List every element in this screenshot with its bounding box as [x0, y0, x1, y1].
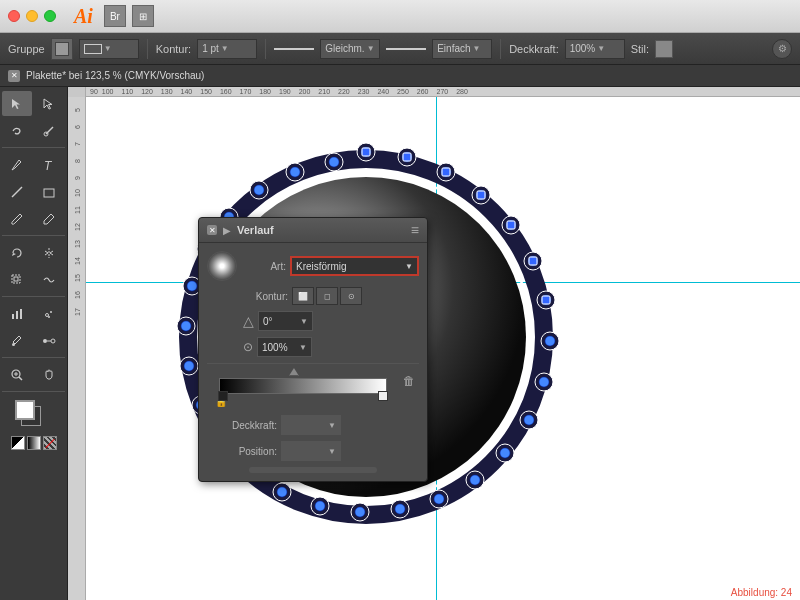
svg-point-73	[187, 281, 197, 291]
gradient-art-row: Art: Kreisförmig ▼	[207, 251, 419, 281]
svg-point-76	[254, 185, 264, 195]
lasso-tool[interactable]	[2, 118, 32, 143]
kontur-label: Kontur:	[156, 43, 191, 55]
tab-close-button[interactable]: ✕	[8, 70, 20, 82]
position-dropdown[interactable]: ▼	[281, 441, 341, 461]
svg-line-19	[19, 377, 22, 380]
zoom-tool[interactable]	[2, 362, 32, 387]
bridge-icon[interactable]: Br	[104, 5, 126, 27]
fill-indicator[interactable]	[15, 400, 35, 420]
pencil-tool[interactable]	[34, 206, 64, 231]
eyedropper-tool[interactable]	[2, 328, 32, 353]
svg-rect-82	[403, 153, 411, 161]
pen-tool[interactable]	[2, 152, 32, 177]
text-tool[interactable]: T	[34, 152, 64, 177]
canvas-area: 90 100 110 120 130 140 150 160 170 180 1…	[68, 87, 800, 600]
kontur-label-panel: Kontur:	[243, 291, 288, 302]
stil-swatch[interactable]	[655, 40, 673, 58]
svg-rect-8	[12, 314, 14, 319]
svg-point-60	[524, 415, 534, 425]
deckkraft-dropdown[interactable]: ▼	[281, 415, 341, 435]
line-tool[interactable]	[2, 179, 32, 204]
scale-tool[interactable]	[2, 267, 32, 292]
kontur-btn-2[interactable]: ◻	[316, 287, 338, 305]
gradient-panel-menu[interactable]: ≡	[411, 222, 419, 238]
gradient-panel-header[interactable]: ✕ ▶ Verlauf ≡	[199, 218, 427, 243]
none-gradient-row	[11, 436, 57, 450]
direct-select-tool[interactable]	[34, 91, 64, 116]
panel-close-button[interactable]: ✕	[207, 225, 217, 235]
deckkraft-select[interactable]: 100% ▼	[565, 39, 625, 59]
gradient-stop-black[interactable]	[218, 391, 228, 401]
delete-stop-button[interactable]: 🗑	[403, 374, 415, 388]
group-label: Gruppe	[8, 43, 45, 55]
paintbrush-tool[interactable]	[2, 206, 32, 231]
svg-point-59	[539, 377, 549, 387]
svg-point-67	[277, 487, 287, 497]
svg-line-0	[46, 127, 53, 134]
kontur-value-select[interactable]: 1 pt ▼	[197, 39, 257, 59]
none-icon[interactable]	[11, 436, 25, 450]
line-style-1[interactable]	[274, 48, 314, 50]
left-toolbar: T	[0, 87, 68, 600]
position-label-panel: Position:	[207, 446, 277, 457]
select-tool[interactable]	[2, 91, 32, 116]
magic-wand-tool[interactable]	[34, 118, 64, 143]
transparent-icon[interactable]	[43, 436, 57, 450]
close-button[interactable]	[8, 10, 20, 22]
hand-tool[interactable]	[34, 362, 64, 387]
fill-swatch[interactable]	[51, 38, 73, 60]
white-canvas	[86, 97, 800, 600]
gradient-bar-container: 🗑 🔒	[207, 363, 419, 411]
svg-point-71	[184, 361, 194, 371]
scale-dropdown[interactable]: 100% ▼	[257, 337, 312, 357]
stroke-select[interactable]: ▼	[79, 39, 139, 59]
stil-label: Stil:	[631, 43, 649, 55]
art-dropdown[interactable]: Kreisförmig ▼	[290, 256, 419, 276]
svg-rect-86	[529, 257, 537, 265]
line2-select[interactable]: Einfach ▼	[432, 39, 492, 59]
svg-point-72	[181, 321, 191, 331]
svg-rect-6	[14, 277, 18, 281]
ruler-left: 5 6 7 8 9 10 11 12 13 14 15 16 17	[68, 97, 86, 600]
gradient-midpoint[interactable]	[289, 368, 299, 376]
svg-rect-7	[12, 275, 20, 283]
tab-title: Plakette* bei 123,5 % (CMYK/Vorschau)	[26, 70, 204, 81]
svg-line-3	[12, 187, 22, 197]
panel-layout-icon[interactable]: ⊞	[132, 5, 154, 27]
svg-rect-83	[442, 168, 450, 176]
kontur-btn-3[interactable]: ⊙	[340, 287, 362, 305]
gradient-icon[interactable]	[27, 436, 41, 450]
svg-point-66	[315, 501, 325, 511]
rect-tool[interactable]	[34, 179, 64, 204]
kontur-buttons: ⬜ ◻ ⊙	[292, 287, 362, 305]
graph-tool[interactable]	[2, 301, 32, 326]
scrollbar[interactable]	[249, 467, 376, 473]
rotate-tool[interactable]	[2, 240, 32, 265]
gradient-bar[interactable]	[219, 378, 387, 394]
settings-icon[interactable]: ⚙	[772, 39, 792, 59]
svg-text:T: T	[44, 159, 53, 172]
main-area: T	[0, 87, 800, 600]
maximize-button[interactable]	[44, 10, 56, 22]
line1-select[interactable]: Gleichm. ▼	[320, 39, 380, 59]
svg-point-12	[50, 311, 52, 313]
angle-dropdown[interactable]: 0° ▼	[258, 311, 313, 331]
gradient-position-row: Position: ▼	[207, 441, 419, 461]
svg-point-58	[545, 336, 555, 346]
blend-tool[interactable]	[34, 328, 64, 353]
svg-point-61	[500, 448, 510, 458]
angle-icon: △	[243, 313, 254, 329]
kontur-btn-1[interactable]: ⬜	[292, 287, 314, 305]
line-style-2[interactable]	[386, 48, 426, 50]
minimize-button[interactable]	[26, 10, 38, 22]
reflect-tool[interactable]	[34, 240, 64, 265]
symbol-sprayer-tool[interactable]	[34, 301, 64, 326]
svg-point-13	[48, 316, 50, 318]
top-toolbar: Gruppe ▼ Kontur: 1 pt ▼ Gleichm. ▼ Einfa…	[0, 33, 800, 65]
gradient-stop-white[interactable]	[378, 391, 388, 401]
warp-tool[interactable]	[34, 267, 64, 292]
ruler-top: 90 100 110 120 130 140 150 160 170 180 1…	[86, 87, 800, 97]
svg-point-14	[12, 343, 15, 346]
gradient-preview[interactable]	[207, 251, 237, 281]
